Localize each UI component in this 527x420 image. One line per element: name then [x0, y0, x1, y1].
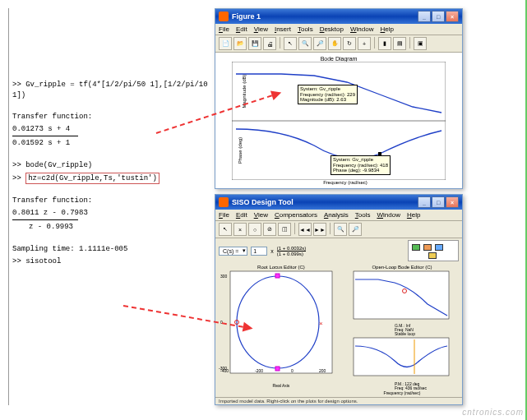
save-icon[interactable]: 💾 [248, 37, 261, 50]
toolbar: 📄 📂 💾 🖨 ↖ 🔍 🔎 ✋ ↻ + ▮ ▤ ▣ [215, 35, 462, 53]
minimize-button[interactable]: _ [418, 196, 431, 208]
legend-icon[interactable]: ▤ [393, 37, 406, 50]
open-icon[interactable]: 📂 [233, 37, 247, 50]
text-line: Transfer function: [12, 112, 210, 122]
svg-rect-6 [275, 274, 280, 278]
menu-window[interactable]: Window [377, 211, 400, 219]
menu-compensators[interactable]: Compensators [275, 211, 317, 219]
svg-text:-200: -200 [255, 368, 263, 373]
close-button[interactable]: × [446, 196, 459, 208]
menubar: File Edit View Compensators Analysis Too… [215, 210, 462, 221]
fraction-line [12, 219, 78, 220]
menu-window[interactable]: Window [350, 25, 373, 33]
phase-margin-label: P.M.: 122 degFreq: 436 rad/sec [345, 382, 459, 390]
olbode-xlabel: Frequency (rad/sec) [345, 390, 459, 395]
menu-insert[interactable]: Insert [275, 25, 291, 33]
menu-view[interactable]: View [254, 25, 268, 33]
olbode-phase-plot[interactable] [345, 336, 451, 382]
zoom-in-icon[interactable]: 🔍 [334, 223, 347, 236]
arrow-icon[interactable]: ↖ [219, 223, 232, 236]
bode-xlabel: Frequency (rad/sec) [232, 180, 459, 185]
minimize-button[interactable]: _ [418, 11, 431, 22]
window-title: SISO Design Tool [232, 198, 294, 206]
cmd-line: >> bode(Gv_ripple) [12, 160, 210, 171]
menu-desktop[interactable]: Desktop [320, 25, 344, 33]
zero-icon[interactable]: ⊘ [263, 223, 276, 236]
maximize-button[interactable]: □ [432, 196, 445, 208]
cmd-line: >> Gv_ripple = tf(4*[1/2/pi/50 1],[1/2/p… [12, 80, 210, 100]
new-icon[interactable]: 📄 [219, 37, 232, 50]
menu-tools[interactable]: Tools [298, 25, 313, 33]
prompt: >> [12, 174, 25, 182]
close-button[interactable]: × [446, 11, 459, 22]
fraction-line [12, 136, 78, 136]
svg-text:×: × [319, 320, 323, 327]
text-line: Transfer function: [12, 196, 210, 206]
text-line: 0.01592 s + 1 [12, 138, 210, 149]
menu-analysis[interactable]: Analysis [324, 211, 349, 219]
menu-help[interactable]: Help [380, 25, 393, 33]
zoom-out-icon[interactable]: 🔎 [349, 223, 362, 236]
pan-icon[interactable]: ✋ [328, 37, 341, 50]
zoom-in-icon[interactable]: 🔍 [298, 37, 312, 50]
cmd-line: >> hz=c2d(Gv_ripple,Ts,'tustin') [12, 173, 210, 185]
svg-text:0: 0 [291, 368, 294, 373]
text-line: Sampling time: 1.1111e-005 [12, 244, 210, 255]
menu-file[interactable]: File [219, 25, 229, 33]
gain-input[interactable] [251, 247, 267, 256]
titlebar[interactable]: SISO Design Tool _ □ × [215, 195, 462, 210]
svg-text:300: 300 [220, 274, 228, 279]
print-icon[interactable]: 🖨 [263, 37, 276, 50]
status-bar: Imported model data. Right-click on the … [215, 397, 462, 404]
text-line: z - 0.9993 [12, 222, 210, 233]
rotate-icon[interactable]: ↻ [343, 37, 356, 50]
olbode-mag-plot[interactable] [345, 270, 451, 324]
compensator-dropdown[interactable]: C(s) = [219, 247, 247, 256]
compensator-panel: C(s) = x (1 + 0.0032s) (1 + 0.099s) [215, 238, 462, 263]
datatip-phase: System: Gv_rippleFrequency (rad/sec): 41… [331, 155, 391, 175]
siso-window: SISO Design Tool _ □ × File Edit View Co… [215, 194, 463, 405]
cmd-line: >> sisotool [12, 256, 210, 267]
menu-edit[interactable]: Edit [236, 211, 247, 219]
datatip-magnitude: System: Gv_rippleFrequency (rad/sec): 22… [298, 85, 358, 104]
transfer-function: (1 + 0.0032s) (1 + 0.099s) [277, 246, 307, 256]
next-icon[interactable]: ►► [313, 223, 326, 236]
menu-tools[interactable]: Tools [355, 211, 371, 219]
cursor-icon[interactable]: + [358, 37, 371, 50]
colorbar-icon[interactable]: ▮ [378, 37, 391, 50]
menu-help[interactable]: Help [407, 211, 420, 219]
svg-rect-19 [354, 338, 449, 376]
circle-icon[interactable]: ○ [248, 223, 261, 236]
menubar: File Edit View Insert Tools Desktop Wind… [215, 24, 462, 35]
bode-title: Bode Diagram [219, 56, 459, 62]
text-line: 0.8011 z - 0.7983 [12, 208, 210, 219]
menu-view[interactable]: View [254, 211, 268, 219]
menu-file[interactable]: File [219, 211, 229, 219]
dock-icon[interactable]: ▣ [414, 37, 427, 50]
cross-icon[interactable]: × [233, 223, 247, 236]
titlebar[interactable]: Figure 1 _ □ × [215, 9, 462, 24]
watermark: cntronics.com [462, 408, 524, 417]
rlocus-xlabel: Real Axis [219, 383, 344, 388]
app-icon [219, 12, 229, 21]
app-icon [219, 197, 229, 207]
svg-rect-7 [275, 367, 280, 371]
window-title: Figure 1 [232, 12, 261, 21]
eraser-icon[interactable]: ◫ [278, 223, 291, 236]
menu-edit[interactable]: Edit [236, 25, 247, 33]
svg-text:200: 200 [319, 368, 326, 373]
prev-icon[interactable]: ◄◄ [298, 223, 312, 236]
matlab-console: >> Gv_ripple = tf(4*[1/2/pi/50 1],[1/2/p… [8, 8, 210, 405]
highlighted-command: hz=c2d(Gv_ripple,Ts,'tustin') [25, 173, 159, 185]
zoom-out-icon[interactable]: 🔎 [313, 37, 326, 50]
svg-rect-17 [354, 271, 449, 319]
gain-margin-label: G.M.: InfFreq: NaNStable loop [345, 324, 459, 336]
mult-sign: x [270, 248, 274, 254]
maximize-button[interactable]: □ [432, 11, 445, 22]
loop-diagram[interactable] [408, 240, 459, 261]
phase-ylabel: Phase (deg) [238, 137, 243, 164]
toolbar: ↖ × ○ ⊘ ◫ ◄◄ ►► 🔍 🔎 [215, 221, 462, 238]
svg-text:-300: -300 [219, 366, 227, 371]
pointer-icon[interactable]: ↖ [284, 37, 297, 50]
